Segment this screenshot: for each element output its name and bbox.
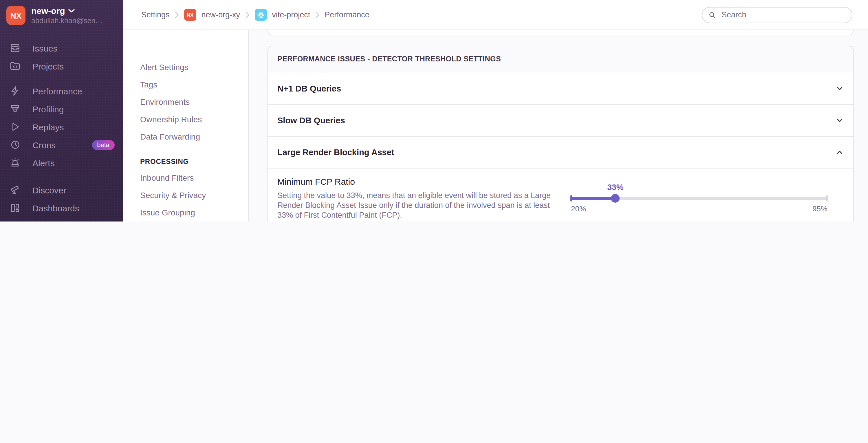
settings-nav-tags[interactable]: Tags bbox=[123, 76, 248, 93]
sidebar-item-performance[interactable]: Performance bbox=[0, 82, 123, 100]
settings-nav-inbound-filters[interactable]: Inbound Filters bbox=[123, 169, 248, 187]
breadcrumb-page: Performance bbox=[324, 10, 369, 19]
panel-header: PERFORMANCE ISSUES - DETECTOR THRESHOLD … bbox=[268, 46, 853, 72]
sidebar-item-label: Projects bbox=[32, 61, 64, 71]
sidebar-item-replays[interactable]: Replays bbox=[0, 118, 123, 136]
slider-min-tick bbox=[570, 195, 572, 201]
large-render-blocking-asset-detail: Minimum FCP Ratio Setting the value to 3… bbox=[268, 168, 853, 222]
profiling-icon bbox=[9, 103, 21, 115]
slider-thumb[interactable] bbox=[611, 194, 620, 203]
beta-badge: beta bbox=[92, 140, 115, 150]
dashboard-grid-icon bbox=[9, 202, 21, 214]
settings-nav: Alert Settings Tags Environments Ownersh… bbox=[123, 30, 249, 222]
previous-panel-bottom bbox=[268, 30, 854, 35]
clock-icon bbox=[9, 139, 21, 151]
lightning-icon bbox=[9, 85, 21, 97]
react-project-icon bbox=[254, 9, 267, 21]
detector-threshold-panel: PERFORMANCE ISSUES - DETECTOR THRESHOLD … bbox=[268, 46, 854, 222]
org-switcher[interactable]: NX new-org abdullah.khan@sen… bbox=[0, 0, 123, 30]
sidebar-nav: Issues Projects Performance Profiling bbox=[0, 30, 123, 222]
sidebar-item-label: Alerts bbox=[32, 158, 55, 168]
settings-nav-processing-issues[interactable]: Processing Issues bbox=[123, 221, 248, 222]
minimum-fcp-ratio-label: Minimum FCP Ratio bbox=[277, 177, 551, 187]
folder-code-icon bbox=[9, 60, 21, 72]
slider-value-label: 33% bbox=[608, 182, 624, 192]
minimum-fcp-ratio-description: Setting the value to 33%, means that an … bbox=[277, 191, 551, 220]
slider-max-label: 95% bbox=[812, 204, 828, 213]
sidebar-item-dashboards[interactable]: Dashboards bbox=[0, 199, 123, 217]
org-avatar: NX bbox=[6, 6, 26, 25]
org-name: new-org bbox=[31, 6, 65, 16]
breadcrumb-org[interactable]: new-org-xy bbox=[202, 10, 240, 19]
breadcrumb-settings[interactable]: Settings bbox=[141, 10, 170, 19]
slider-max-tick bbox=[826, 195, 828, 201]
chevron-up-icon bbox=[836, 148, 844, 156]
play-icon bbox=[9, 121, 21, 133]
siren-icon bbox=[9, 157, 21, 168]
search-box[interactable] bbox=[702, 7, 852, 23]
chevron-right-icon bbox=[315, 11, 319, 18]
sidebar-item-label: Performance bbox=[32, 86, 82, 96]
sidebar-item-releases[interactable]: Releases bbox=[0, 217, 123, 222]
accordion-row-n1-db-queries[interactable]: N+1 DB Queries bbox=[268, 72, 853, 104]
sidebar-item-label: Discover bbox=[32, 185, 66, 195]
main-content: PERFORMANCE ISSUES - DETECTOR THRESHOLD … bbox=[249, 30, 868, 222]
search-icon bbox=[708, 11, 716, 19]
sidebar-item-profiling[interactable]: Profiling bbox=[0, 100, 123, 118]
app-window: NX new-org abdullah.khan@sen… Issues bbox=[0, 0, 868, 222]
chevron-down-icon bbox=[69, 9, 75, 13]
sidebar-item-alerts[interactable]: Alerts bbox=[0, 154, 123, 172]
top-bar: Settings NX new-org-xy vite-project Perf… bbox=[123, 0, 868, 30]
inbox-icon bbox=[9, 42, 21, 54]
sidebar-item-label: Releases bbox=[32, 221, 69, 222]
org-email: abdullah.khan@sen… bbox=[31, 17, 102, 26]
sidebar-item-label: Crons bbox=[32, 140, 56, 150]
chevron-right-icon bbox=[245, 11, 249, 18]
sidebar-item-projects[interactable]: Projects bbox=[0, 57, 123, 75]
settings-nav-issue-grouping[interactable]: Issue Grouping bbox=[123, 204, 248, 221]
sidebar-item-issues[interactable]: Issues bbox=[0, 39, 123, 57]
settings-nav-environments[interactable]: Environments bbox=[123, 93, 248, 110]
sidebar-item-label: Replays bbox=[32, 122, 64, 132]
settings-nav-alert-settings[interactable]: Alert Settings bbox=[123, 59, 248, 76]
sidebar: NX new-org abdullah.khan@sen… Issues bbox=[0, 0, 123, 222]
sidebar-item-label: Dashboards bbox=[32, 203, 79, 213]
accordion-row-large-render-blocking-asset[interactable]: Large Render Blocking Asset bbox=[268, 136, 853, 168]
settings-nav-ownership-rules[interactable]: Ownership Rules bbox=[123, 110, 248, 128]
org-badge: NX bbox=[184, 9, 196, 21]
sidebar-item-label: Issues bbox=[32, 43, 58, 53]
sidebar-item-discover[interactable]: Discover bbox=[0, 181, 123, 199]
telescope-icon bbox=[9, 184, 21, 196]
chevron-right-icon bbox=[175, 11, 179, 18]
chevron-down-icon bbox=[836, 117, 844, 125]
slider-fill bbox=[571, 197, 616, 200]
sidebar-item-label: Profiling bbox=[32, 104, 64, 114]
search-input[interactable] bbox=[720, 10, 846, 20]
slider-min-label: 20% bbox=[571, 204, 586, 213]
archive-box-icon bbox=[9, 220, 21, 222]
accordion-row-slow-db-queries[interactable]: Slow DB Queries bbox=[268, 104, 853, 136]
settings-nav-header-processing: PROCESSING bbox=[123, 156, 248, 167]
breadcrumb: Settings NX new-org-xy vite-project Perf… bbox=[123, 9, 369, 21]
sidebar-item-crons[interactable]: Crons beta bbox=[0, 136, 123, 154]
settings-nav-data-forwarding[interactable]: Data Forwarding bbox=[123, 128, 248, 145]
settings-nav-security-privacy[interactable]: Security & Privacy bbox=[123, 187, 248, 204]
fcp-slider: 33% 20% 95% bbox=[571, 168, 828, 222]
breadcrumb-project[interactable]: vite-project bbox=[272, 10, 310, 19]
chevron-down-icon bbox=[836, 84, 844, 92]
